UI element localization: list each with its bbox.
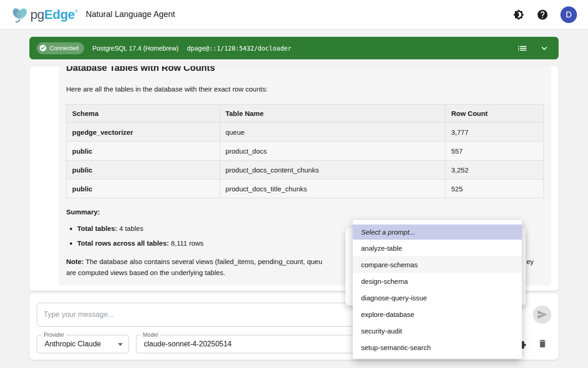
note-text-tail: ey	[526, 256, 534, 267]
provider-chevron-down-icon	[118, 343, 123, 346]
connection-bar-actions	[516, 42, 550, 54]
summary-heading: Summary:	[66, 207, 544, 217]
prompt-menu-item-setup-semantic-search[interactable]: setup-semantic-search	[353, 339, 522, 356]
model-value: claude-sonnet-4-20250514	[144, 340, 232, 348]
table-cell-count: 557	[446, 142, 544, 161]
send-button[interactable]	[533, 305, 551, 324]
table-header-cell: Row Count	[446, 104, 544, 123]
connection-collapse-chevron-down-icon[interactable]	[538, 42, 550, 54]
table-cell-schema: public	[67, 161, 220, 179]
send-icon	[537, 309, 548, 320]
prompt-menu-placeholder[interactable]: Select a prompt...	[353, 224, 522, 240]
brand-pg: pg	[30, 7, 44, 22]
table-cell-name: queue	[220, 123, 446, 142]
brand-wordmark: pgEdge®	[30, 7, 78, 22]
server-version-label: PostgreSQL 17.4 (Homebrew)	[92, 45, 179, 52]
table-cell-name: product_docs_title_chunks	[220, 179, 446, 198]
prompt-menu-item-design-schema[interactable]: design-schema	[353, 273, 522, 289]
table-header-row: Schema Table Name Row Count	[67, 104, 544, 123]
table-cell-count: 3,252	[446, 161, 544, 179]
prompt-menu-item-analyze-table[interactable]: analyze-table	[353, 240, 522, 256]
brand-edge: Edge	[44, 7, 74, 22]
provider-value: Anthropic Claude	[45, 340, 101, 348]
table-row: public product_docs_title_chunks 525	[67, 179, 544, 198]
note-text-start: The database also contains several views…	[84, 258, 322, 265]
provider-label: Provider	[42, 332, 66, 338]
pgedge-heart-icon	[10, 5, 30, 25]
header-actions: D	[513, 0, 577, 29]
table-row: public product_docs_content_chunks 3,252	[67, 161, 544, 179]
clear-chat-trash-icon[interactable]	[537, 339, 548, 351]
table-row: public product_docs 557	[67, 142, 544, 161]
table-cell-count: 3,777	[446, 123, 544, 142]
table-cell-name: product_docs	[220, 142, 446, 161]
table-cell-count: 525	[446, 179, 544, 198]
brand-registered-mark: ®	[75, 9, 78, 14]
pgedge-logo: pgEdge®	[10, 5, 78, 25]
prompt-menu-item-security-audit[interactable]: security-audit	[353, 322, 522, 339]
summary-item-label: Total rows across all tables:	[77, 239, 169, 247]
message-intro: Here are all the tables in the database …	[66, 85, 544, 94]
table-cell-schema: public	[67, 179, 220, 198]
summary-item-label: Total tables:	[77, 224, 117, 232]
row-counts-table: Schema Table Name Row Count pgedge_vecto…	[66, 104, 544, 198]
provider-select[interactable]: Provider Anthropic Claude	[37, 335, 129, 353]
prompt-menu-item-explore-database[interactable]: explore-database	[353, 306, 522, 322]
page-title: Natural Language Agent	[86, 10, 175, 19]
check-circle-icon	[39, 44, 47, 52]
connected-status-badge: Connected	[37, 42, 84, 54]
connection-bar: Connected PostgreSQL 17.4 (Homebrew) dpa…	[29, 37, 559, 59]
message-heading: Database Tables with Row Counts	[66, 66, 544, 74]
prompt-menu-item-diagnose-query-issue[interactable]: diagnose-query-issue	[353, 289, 522, 306]
help-icon[interactable]	[537, 9, 548, 21]
prompt-menu-item-compare-schemas[interactable]: compare-schemas	[353, 256, 522, 273]
summary-item-value: 8,111 rows	[169, 239, 204, 247]
model-label: Model	[141, 332, 160, 338]
table-header-cell: Schema	[67, 104, 220, 123]
app-header: pgEdge® Natural Language Agent D	[0, 0, 588, 29]
summary-item-value: 4 tables	[117, 224, 143, 232]
table-cell-schema: pgedge_vectorizer	[67, 123, 220, 142]
connection-list-icon[interactable]	[516, 42, 528, 54]
table-header-cell: Table Name	[220, 104, 446, 123]
note-label: Note:	[66, 258, 84, 265]
connected-status-label: Connected	[50, 45, 79, 52]
table-row: pgedge_vectorizer queue 3,777	[67, 123, 544, 142]
connection-string: dpage@::1/128:5432/docloader	[187, 45, 292, 52]
user-avatar[interactable]: D	[560, 6, 577, 23]
prompt-menu: Select a prompt... analyze-table compare…	[353, 220, 522, 359]
table-cell-name: product_docs_content_chunks	[220, 161, 446, 179]
theme-toggle-icon[interactable]	[513, 9, 525, 21]
table-cell-schema: public	[67, 142, 220, 161]
